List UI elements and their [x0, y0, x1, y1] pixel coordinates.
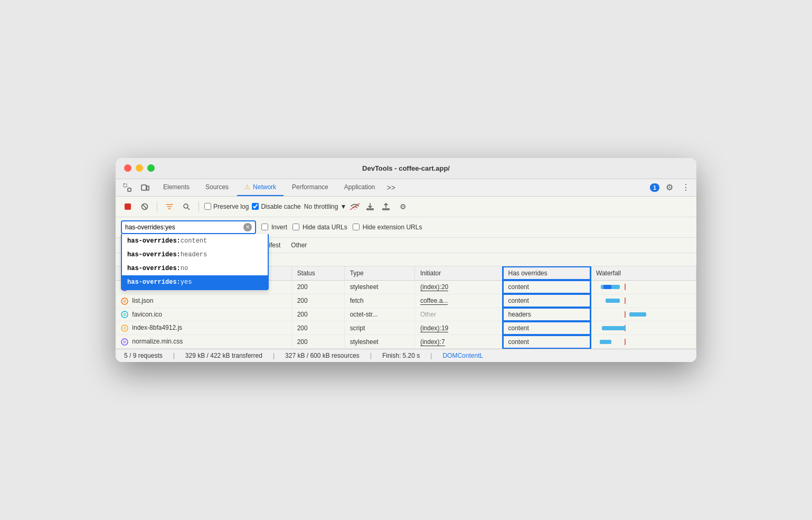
tab-performance[interactable]: Performance	[285, 179, 336, 196]
devtools-window: DevTools - coffee-cart.app/ Elements Sou…	[116, 158, 696, 362]
hide-ext-urls-checkbox[interactable]	[353, 224, 360, 230]
svg-line-6	[143, 205, 147, 208]
tab-right-area: 1 ⚙ ⋮	[650, 180, 692, 194]
table-row: normalize.min.css 200 stylesheet (index)…	[116, 335, 696, 349]
cell-type: script	[344, 321, 414, 335]
cell-waterfall	[591, 308, 696, 321]
filter-row: ✕ has-overrides:content has-overrides:he…	[116, 217, 696, 238]
throttle-dropdown[interactable]: No throttling ▼	[304, 203, 347, 210]
network-settings-icon[interactable]: ⚙	[396, 200, 410, 213]
svg-rect-4	[125, 203, 131, 210]
device-mode-icon[interactable]	[138, 180, 153, 195]
hide-data-urls-checkbox[interactable]	[292, 224, 299, 230]
cell-name[interactable]: favicon.ico	[116, 308, 291, 321]
cell-name[interactable]: list.json	[116, 294, 291, 308]
cell-status: 200	[291, 308, 344, 321]
preserve-log-checkbox[interactable]	[204, 203, 211, 210]
col-initiator[interactable]: Initiator	[414, 266, 503, 281]
file-name: index-8bfa4912.js	[132, 324, 182, 331]
svg-rect-1	[128, 188, 131, 191]
cell-status: 200	[291, 294, 344, 308]
divider-4: |	[430, 352, 432, 359]
domcontent-link[interactable]: DOMContentL	[442, 352, 483, 359]
more-options-icon[interactable]: ⋮	[679, 180, 692, 194]
col-waterfall[interactable]: Waterfall	[591, 266, 696, 281]
col-status[interactable]: Status	[291, 266, 344, 281]
cell-name[interactable]: normalize.min.css	[116, 335, 291, 349]
cell-waterfall	[591, 321, 696, 335]
divider-2: |	[273, 352, 275, 359]
cell-name[interactable]: index-8bfa4912.js	[116, 321, 291, 335]
svg-rect-2	[141, 185, 146, 190]
hide-data-urls-label: Hide data URLs	[292, 224, 347, 231]
cell-has-overrides: content	[503, 335, 591, 349]
status-bar: 5 / 9 requests | 329 kB / 422 kB transfe…	[116, 349, 696, 362]
minimize-button[interactable]	[136, 164, 143, 172]
more-tabs-button[interactable]: >>	[384, 179, 399, 196]
invert-filter-label: Invert	[261, 224, 287, 231]
tab-network[interactable]: ⚠ Network	[237, 179, 284, 196]
resources-size: 327 kB / 600 kB resources	[285, 352, 360, 359]
table-row: index-8bfa4912.js 200 script (index):19 …	[116, 321, 696, 335]
disable-cache-checkbox[interactable]	[252, 203, 259, 210]
col-type[interactable]: Type	[344, 266, 414, 281]
invert-checkbox[interactable]	[261, 224, 268, 230]
cell-waterfall	[591, 294, 696, 308]
clear-button[interactable]	[138, 200, 152, 213]
cell-type: fetch	[344, 294, 414, 308]
toolbar: Preserve log Disable cache No throttling…	[116, 197, 696, 217]
cell-initiator[interactable]: coffee.a...	[414, 294, 503, 308]
requests-count: 5 / 9 requests	[124, 352, 163, 359]
type-btn-other[interactable]: Other	[286, 240, 311, 250]
inspect-icon[interactable]	[120, 180, 135, 195]
autocomplete-item-headers[interactable]: has-overrides:headers	[122, 248, 268, 262]
divider-1: |	[173, 352, 175, 359]
import-button[interactable]	[363, 200, 377, 213]
svg-point-19	[123, 340, 126, 343]
tab-sources[interactable]: Sources	[198, 179, 236, 196]
tab-application[interactable]: Application	[337, 179, 383, 196]
export-button[interactable]	[379, 200, 393, 213]
autocomplete-item-content[interactable]: has-overrides:content	[122, 234, 268, 248]
col-has-overrides[interactable]: Has overrides	[503, 266, 591, 281]
toolbar-divider-1	[157, 201, 157, 212]
filter-button[interactable]	[163, 200, 176, 213]
file-name: list.json	[132, 297, 153, 304]
tab-bar: Elements Sources ⚠ Network Performance A…	[116, 179, 696, 197]
search-container: ✕ has-overrides:content has-overrides:he…	[121, 220, 256, 234]
toolbar-divider-2	[199, 201, 199, 212]
autocomplete-item-no[interactable]: has-overrides:no	[122, 262, 268, 275]
hide-ext-urls-label: Hide extension URLs	[353, 224, 422, 231]
cell-waterfall	[591, 335, 696, 349]
search-wrapper: ✕	[121, 220, 256, 234]
svg-point-7	[184, 204, 188, 208]
tab-elements[interactable]: Elements	[156, 179, 197, 196]
settings-icon[interactable]: ⚙	[664, 180, 675, 194]
clear-search-button[interactable]: ✕	[243, 223, 252, 231]
svg-rect-0	[124, 184, 127, 187]
search-button[interactable]	[180, 200, 193, 213]
close-button[interactable]	[124, 164, 131, 172]
transfer-size: 329 kB / 422 kB transferred	[185, 352, 262, 359]
notification-badge: 1	[650, 183, 659, 192]
title-bar: DevTools - coffee-cart.app/	[116, 158, 696, 179]
table-row: favicon.ico 200 octet-str... Other heade…	[116, 308, 696, 321]
cell-has-overrides: content	[503, 321, 591, 335]
maximize-button[interactable]	[147, 164, 155, 172]
cell-initiator[interactable]: (index):7	[414, 335, 503, 349]
record-button[interactable]	[121, 200, 135, 213]
cell-type: stylesheet	[344, 280, 414, 294]
cell-type: stylesheet	[344, 335, 414, 349]
cell-initiator[interactable]: (index):20	[414, 280, 503, 294]
disable-cache-label: Disable cache	[252, 203, 300, 210]
traffic-lights	[124, 164, 155, 172]
cell-status: 200	[291, 280, 344, 294]
autocomplete-item-yes[interactable]: has-overrides:yes	[122, 275, 268, 289]
cell-waterfall	[591, 280, 696, 294]
cell-status: 200	[291, 321, 344, 335]
svg-rect-3	[147, 186, 149, 190]
cell-initiator[interactable]: (index):19	[414, 321, 503, 335]
wifi-icon	[350, 203, 360, 210]
import-export-area	[363, 200, 393, 213]
filter-input[interactable]	[125, 224, 241, 231]
